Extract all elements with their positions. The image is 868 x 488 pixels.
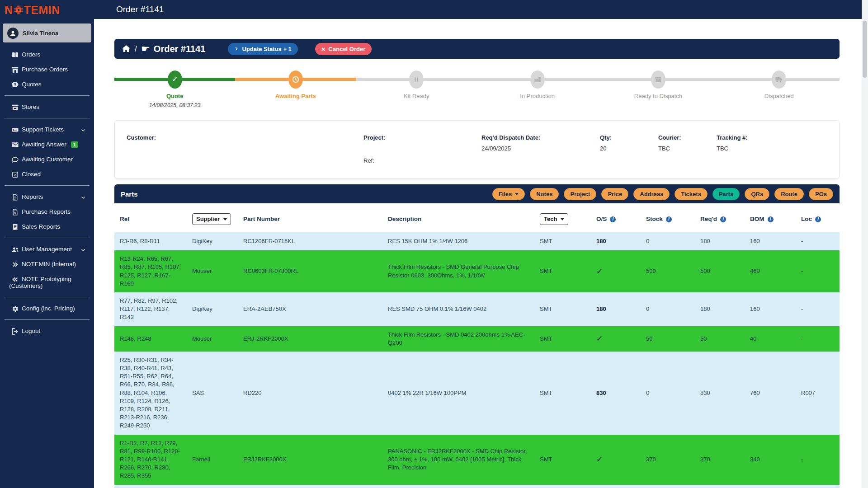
scrollbar-track[interactable] [862,0,868,488]
sidebar-item-support-tickets[interactable]: Support Tickets [0,122,94,137]
info-icon[interactable]: i [610,216,616,222]
info-icon[interactable]: i [815,216,821,222]
address-button[interactable]: Address [633,188,670,200]
sidebar-item-closed[interactable]: Closed [0,167,94,182]
tech-filter-select[interactable]: Tech [540,213,568,225]
info-field-value: TBC [717,145,748,152]
cell-supplier: Mouser [187,263,238,280]
cell-bom: 460 [745,263,796,280]
user-name: Silvia Tinena [23,30,58,37]
sidebar-divider [5,297,90,297]
update-status-button[interactable]: Update Status + 1 [228,43,297,55]
breadcrumb-bar: / ☛ Order #1141 Update Status + 1 × Canc… [114,39,840,59]
info-field-value: TBC [658,145,681,152]
cancel-order-label: Cancel Order [329,46,366,52]
sidebar-item-label: Logout [22,328,40,334]
cell-supplier: Free Iss [187,485,238,488]
cell-reqd: 180 [695,300,745,318]
cell-supplier: Farnell [187,451,238,468]
sidebar-item-notemin-internal[interactable]: NOTEMIN (Internal) [0,257,94,272]
sidebar-item-awaiting-answer[interactable]: Awaiting Answer1 [0,137,94,152]
order-info-card: Customer:Project:Ref:Req'd Dispatch Date… [114,120,840,179]
step-label: Awaiting Parts [275,93,316,99]
sidebar-item-label: Awaiting Customer [22,156,73,163]
header-loc: Loci [796,205,840,231]
route-button[interactable]: Route [774,188,804,200]
sidebar-item-reports[interactable]: Reports [0,189,94,204]
info-icon[interactable]: i [666,216,672,222]
cell-os: 30 [591,485,641,488]
notes-button[interactable]: Notes [530,188,559,200]
scrollbar-thumb[interactable] [863,21,867,78]
price-button[interactable]: Price [601,188,628,200]
files-button[interactable]: Files [492,188,525,200]
sidebar-item-purchase-orders[interactable]: Purchase Orders [0,62,94,77]
home-icon[interactable] [122,44,131,53]
step-circle [651,70,665,89]
cell-bom: 40 [745,330,796,347]
select-value: Supplier [196,215,220,223]
sidebar-item-logout[interactable]: Logout [0,324,94,338]
svg-text:$: $ [14,82,16,86]
svg-text:$: $ [14,211,16,215]
sidebar-item-sales-reports[interactable]: Sales Reports [0,219,94,234]
cell-tech: SMT [534,485,591,488]
project-button[interactable]: Project [564,188,596,200]
step-quote: ✓Quote14/08/2025, 08:37:23 [114,70,235,108]
header-req-d: Req'di [695,205,745,231]
caret-down-icon [561,218,564,221]
cell-bom: 160 [745,300,796,318]
button-label: QRs [751,191,763,197]
cell-description: RES 15K OHM 1% 1/4W 1206 [382,233,534,250]
header-supplier: Supplier [187,203,238,232]
info-field-label: Req'd Dispatch Date: [481,134,540,141]
os-value: 180 [596,238,606,244]
cell-description: 0402 1% 22R 1/16W 100PPM [382,385,534,402]
check-icon: ✓ [596,267,603,276]
cell-description: RES, 11K OHM 0.0625W 1% 0402 [382,485,534,488]
button-label: Price [608,191,622,197]
sidebar-item-awaiting-customer[interactable]: Awaiting Customer [0,152,94,167]
sidebar-item-label: Awaiting Answer [22,141,66,148]
table-row: R13-R24, R65, R67, R85, R87, R105, R107,… [114,250,840,292]
step-circle: ✓ [168,70,182,89]
select-value: Tech [544,215,557,223]
cell-tech: SMT [534,300,591,318]
header-tech: Tech [534,203,591,232]
user-profile[interactable]: Silvia Tinena [3,23,91,42]
cell-loc: - [796,263,840,280]
sidebar-item-quotes[interactable]: $Quotes [0,77,94,92]
button-label: Route [781,191,797,197]
supplier-filter-select[interactable]: Supplier [192,213,231,225]
chevron-down-icon [79,195,88,200]
cell-stock: 50 [641,330,695,347]
pos-button[interactable]: POs [809,188,833,200]
check-icon: ✓ [172,76,178,83]
sidebar-item-note-prototyping-customers[interactable]: NOTE Prototyping (Customers) [0,272,94,293]
envelope-icon [10,141,19,149]
info-field-tracking: Tracking #:TBC [717,134,748,152]
sidebar-item-label: User Management [22,246,72,253]
sidebar-item-label: Purchase Reports [22,208,71,215]
sidebar-item-user-management[interactable]: User Management [0,242,94,257]
tickets-button[interactable]: Tickets [675,188,708,200]
cancel-order-button[interactable]: × Cancel Order [315,43,372,55]
cell-supplier: DigiKey [187,300,238,318]
angles-left-icon [10,276,19,283]
cell-reqd: 50 [695,330,745,347]
sidebar-item-orders[interactable]: Orders [0,47,94,62]
cell-ref: R13-R24, R65, R67, R85, R87, R105, R107,… [114,250,187,292]
cell-ref: R77, R82, R97, R102, R117, R122, R137, R… [114,292,187,326]
parts-button[interactable]: Parts [712,188,740,200]
qrs-button[interactable]: QRs [745,188,769,200]
info-icon[interactable]: i [768,216,774,222]
file-icon [10,193,19,201]
sidebar-item-purchase-reports[interactable]: $Purchase Reports [0,204,94,219]
cell-bom: 20 [745,485,796,488]
cell-ref: R369 [114,485,187,488]
sidebar-item-stores[interactable]: Stores [0,99,94,114]
sidebar-item-config-inc-pricing[interactable]: Config (inc. Pricing) [0,301,94,316]
table-header-row: RefSupplierPart NumberDescriptionTechO/S… [114,203,840,232]
info-icon[interactable]: i [720,216,726,222]
cell-reqd: 370 [695,451,745,468]
